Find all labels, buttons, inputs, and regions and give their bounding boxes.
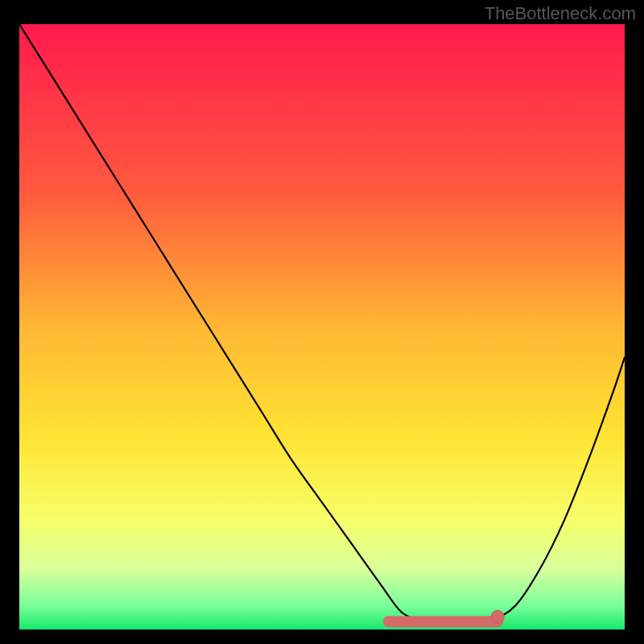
chart-svg [19, 24, 625, 630]
optimal-point-marker [491, 610, 504, 623]
plot-area [19, 24, 625, 630]
bottleneck-curve [19, 24, 625, 622]
watermark: TheBottleneck.com [485, 3, 636, 24]
